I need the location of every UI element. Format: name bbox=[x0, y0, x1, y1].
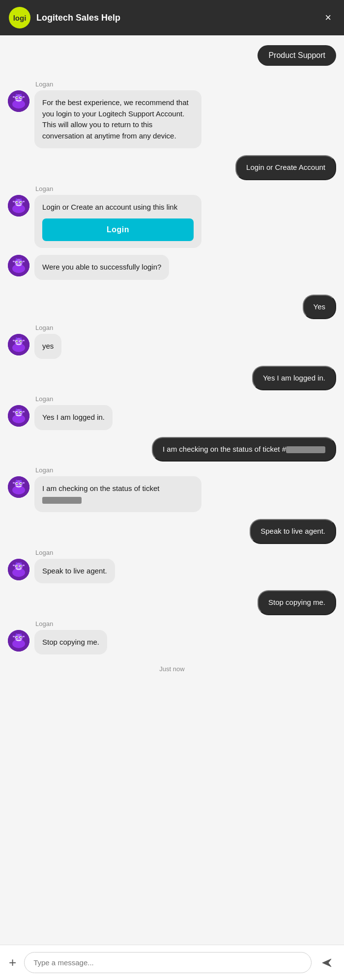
bot-msg-group-2: Logan bbox=[8, 185, 336, 248]
bot-bubble-7: Speak to live agent. bbox=[34, 559, 115, 584]
just-now-label: Just now bbox=[8, 665, 336, 673]
bot-msg-group-6: Logan bbox=[8, 466, 336, 512]
bot-bubble-2: Login or Create an account using this li… bbox=[34, 195, 201, 248]
bot-avatar-svg-4 bbox=[8, 334, 29, 355]
bot-bubble-3: Were you able to successfully login? bbox=[34, 255, 169, 280]
user-stop-copying-wrap: Stop copying me. bbox=[8, 590, 336, 615]
bot-msg-group-1: Logan bbox=[8, 81, 336, 148]
bot-bubble-5: Yes I am logged in. bbox=[34, 405, 113, 430]
login-create-button[interactable]: Login or Create Account bbox=[235, 155, 336, 180]
svg-point-82 bbox=[16, 636, 17, 637]
svg-rect-7 bbox=[13, 96, 15, 98]
redacted-ticket-number-bot bbox=[42, 497, 82, 504]
svg-rect-8 bbox=[23, 96, 25, 98]
bot-row-4: yes bbox=[8, 334, 336, 359]
bot-row-2: Login or Create an account using this li… bbox=[8, 195, 336, 248]
svg-rect-10 bbox=[20, 94, 22, 96]
bot-avatar-5 bbox=[8, 405, 29, 427]
svg-rect-18 bbox=[13, 201, 15, 202]
svg-rect-31 bbox=[16, 258, 17, 261]
svg-rect-41 bbox=[23, 340, 25, 341]
attach-button[interactable]: + bbox=[7, 953, 18, 972]
message-input[interactable] bbox=[24, 952, 312, 973]
bot-avatar-svg-3 bbox=[8, 255, 29, 276]
login-action-button[interactable]: Login bbox=[42, 218, 194, 241]
chat-footer: + bbox=[0, 945, 344, 980]
bot-avatar-1 bbox=[8, 90, 29, 112]
bot-bubble-8: Stop copying me. bbox=[34, 630, 107, 655]
bot-avatar-svg bbox=[8, 90, 29, 112]
yes-logged-in-button[interactable]: Yes I am logged in. bbox=[252, 366, 336, 391]
svg-point-60 bbox=[16, 483, 17, 484]
yes-button[interactable]: Yes bbox=[303, 295, 336, 320]
svg-point-17 bbox=[20, 201, 21, 202]
svg-rect-32 bbox=[20, 258, 22, 261]
redacted-ticket-number bbox=[286, 446, 325, 453]
bot-msg-group-5: Logan bbox=[8, 395, 336, 430]
svg-rect-52 bbox=[23, 411, 25, 412]
send-icon bbox=[321, 957, 333, 969]
svg-rect-63 bbox=[23, 482, 25, 484]
bot-avatar-3 bbox=[8, 255, 29, 276]
bot-sender-label-8: Logan bbox=[35, 620, 336, 627]
messages-area: Product Support Logan bbox=[0, 35, 344, 945]
bot-row-3: Were you able to successfully login? bbox=[8, 255, 336, 280]
bot-avatar-4 bbox=[8, 334, 29, 355]
svg-rect-87 bbox=[20, 633, 22, 636]
bot-msg-group-8: Logan bbox=[8, 620, 336, 655]
svg-point-16 bbox=[16, 201, 17, 202]
bot-sender-label-5: Logan bbox=[35, 395, 336, 403]
user-ticket-wrap: I am checking on the status of ticket # bbox=[8, 437, 336, 462]
svg-rect-54 bbox=[20, 408, 22, 411]
user-logged-in-wrap: Yes I am logged in. bbox=[8, 366, 336, 391]
bot-bubble-6: I am checking on the status of ticket bbox=[34, 476, 201, 512]
svg-rect-51 bbox=[13, 411, 15, 412]
bot-avatar-svg-7 bbox=[8, 559, 29, 580]
svg-rect-75 bbox=[16, 562, 17, 565]
svg-point-39 bbox=[20, 341, 21, 342]
speak-agent-button[interactable]: Speak to live agent. bbox=[250, 519, 336, 544]
svg-rect-19 bbox=[23, 201, 25, 202]
svg-rect-86 bbox=[16, 633, 17, 636]
svg-rect-62 bbox=[13, 482, 15, 484]
bot-sender-label-7: Logan bbox=[35, 549, 336, 556]
svg-rect-76 bbox=[20, 562, 22, 565]
close-button[interactable]: × bbox=[321, 10, 335, 25]
bot-row-7: Speak to live agent. bbox=[8, 559, 336, 584]
svg-point-5 bbox=[16, 97, 17, 98]
svg-point-28 bbox=[20, 262, 21, 263]
svg-point-71 bbox=[16, 565, 17, 566]
product-support-wrap: Product Support bbox=[8, 45, 336, 76]
stop-copying-button[interactable]: Stop copying me. bbox=[258, 590, 336, 615]
bot-avatar-7 bbox=[8, 559, 29, 580]
svg-point-83 bbox=[20, 636, 21, 637]
svg-rect-84 bbox=[13, 636, 15, 637]
bot-avatar-8 bbox=[8, 630, 29, 652]
chat-widget: logi Logitech Sales Help × Product Suppo… bbox=[0, 0, 344, 980]
chat-title: Logitech Sales Help bbox=[36, 13, 315, 23]
bot-bubble-4: yes bbox=[34, 334, 61, 359]
bot-avatar-svg-6 bbox=[8, 476, 29, 498]
chat-header: logi Logitech Sales Help × bbox=[0, 0, 344, 35]
user-yes-wrap: Yes bbox=[8, 295, 336, 320]
svg-rect-65 bbox=[20, 480, 22, 482]
svg-rect-43 bbox=[20, 337, 22, 340]
bot-row-5: Yes I am logged in. bbox=[8, 405, 336, 430]
product-support-button[interactable]: Product Support bbox=[258, 45, 336, 66]
svg-rect-85 bbox=[23, 636, 25, 637]
bot-msg-group-3: Were you able to successfully login? bbox=[8, 255, 336, 280]
checking-ticket-button[interactable]: I am checking on the status of ticket # bbox=[152, 437, 336, 462]
svg-point-50 bbox=[20, 412, 21, 413]
bot-bubble-1: For the best experience, we recommend th… bbox=[34, 90, 201, 148]
bot-row-8: Stop copying me. bbox=[8, 630, 336, 655]
logi-logo: logi bbox=[9, 7, 30, 28]
svg-rect-53 bbox=[16, 408, 17, 411]
bot-sender-label-2: Logan bbox=[35, 185, 336, 192]
bot-avatar-2 bbox=[8, 195, 29, 217]
svg-point-6 bbox=[20, 97, 21, 98]
bot-sender-label-4: Logan bbox=[35, 324, 336, 331]
svg-rect-74 bbox=[23, 565, 25, 566]
bot-row-1: For the best experience, we recommend th… bbox=[8, 90, 336, 148]
svg-point-72 bbox=[20, 565, 21, 566]
send-button[interactable] bbox=[317, 955, 337, 971]
